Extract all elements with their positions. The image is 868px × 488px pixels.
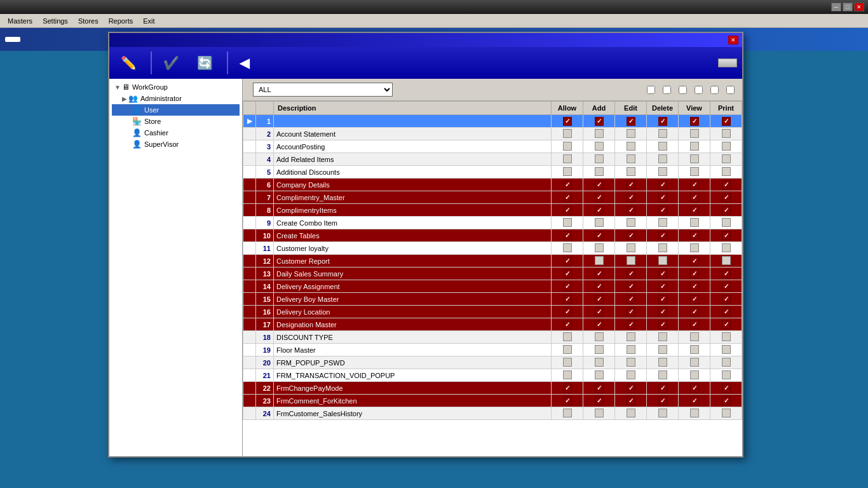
user-permissions-dialog: ✕ ✏️ ✔️ 🔄 ◀ ▼ 🖥 WorkGroup — [108, 32, 743, 51]
production-label — [5, 37, 20, 42]
window-controls: ─ □ ✕ — [831, 3, 864, 11]
menu-reports[interactable]: Reports — [104, 16, 139, 26]
menu-stores[interactable]: Stores — [73, 16, 104, 26]
dialog-toolbar: ✏️ ✔️ 🔄 ◀ — [109, 47, 742, 51]
menu-masters[interactable]: Masters — [3, 16, 37, 26]
close-button[interactable]: ✕ — [854, 3, 864, 11]
minimize-button[interactable]: ─ — [831, 3, 841, 11]
maximize-button[interactable]: □ — [843, 3, 853, 11]
menu-exit[interactable]: Exit — [138, 16, 159, 26]
menu-bar: Masters Settings Stores Reports Exit — [0, 14, 868, 28]
dialog-title-bar: ✕ — [109, 33, 742, 47]
dialog-close-button[interactable]: ✕ — [728, 36, 738, 44]
title-bar: ─ □ ✕ — [0, 0, 868, 14]
menu-settings[interactable]: Settings — [37, 16, 73, 26]
